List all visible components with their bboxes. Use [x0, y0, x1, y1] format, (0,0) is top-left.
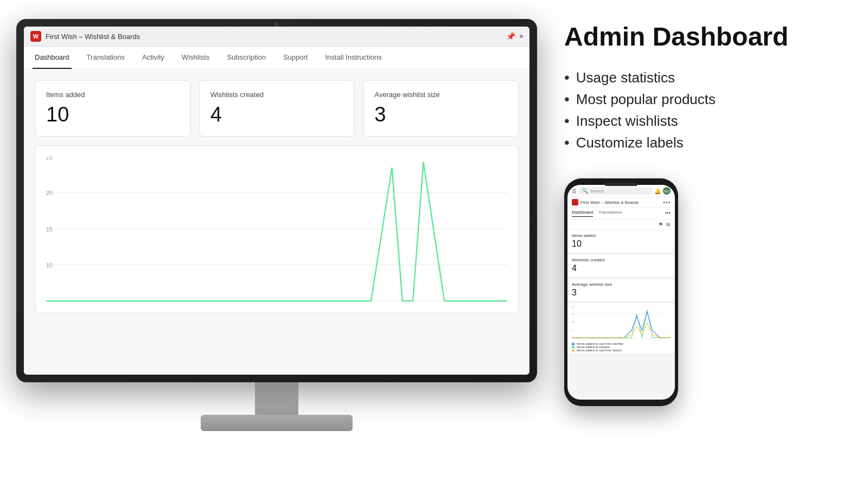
phone-notch [605, 183, 637, 186]
monitor-neck [255, 382, 298, 415]
phone-nav: Dashboard Translations ••• [567, 208, 675, 220]
svg-text:22 Nov: 22 Nov [618, 338, 624, 339]
phone-search-text: Search [590, 189, 604, 194]
legend-dot-blue [572, 343, 575, 345]
phone-bell-icon: 🔔 [654, 188, 661, 194]
right-section: Admin Dashboard Usage statistics Most po… [553, 0, 868, 488]
svg-text:27 Nov: 27 Nov [632, 338, 638, 339]
phone-items-added-label: Items added [572, 233, 671, 238]
admin-title: Admin Dashboard [564, 22, 846, 52]
phone-chart-svg: 25 15 10 5 07 Nov 12 Nov 17 Nov [572, 305, 671, 339]
phone-grid-icon[interactable]: ⊞ [666, 222, 671, 227]
phone-more-dots[interactable]: ••• [663, 200, 671, 206]
stat-card-avg: Average wishlist size 3 [363, 80, 519, 137]
tab-activity[interactable]: Activity [140, 47, 167, 69]
svg-text:10: 10 [572, 320, 575, 323]
stat-card-wishlists: Wishlists created 4 [199, 80, 355, 137]
avg-label: Average wishlist size [374, 91, 507, 99]
phone-tab-dashboard[interactable]: Dashboard [572, 210, 593, 217]
legend-dot-yellow [572, 349, 575, 352]
tab-support[interactable]: Support [281, 47, 310, 69]
phone-avatar: AU [663, 187, 671, 195]
monitor-base [201, 415, 353, 431]
app-icon: W [30, 31, 41, 42]
stats-row: Items added 10 Wishlists created 4 Avera… [35, 80, 519, 137]
chart-area: 25 20 15 10 [35, 145, 519, 313]
svg-text:15: 15 [572, 313, 575, 316]
feature-labels: Customize labels [564, 132, 846, 153]
dashboard-content: Items added 10 Wishlists created 4 Avera… [24, 69, 529, 373]
wishlists-label: Wishlists created [210, 91, 343, 99]
items-added-value: 10 [46, 103, 179, 126]
tab-dashboard[interactable]: Dashboard [33, 47, 72, 69]
phone-stat-items-added: Items added 10 [567, 230, 675, 252]
svg-text:15: 15 [46, 226, 53, 233]
phone-tab-translations[interactable]: Translations [598, 210, 622, 217]
phone-nav-more[interactable]: ••• [665, 210, 671, 217]
svg-text:5: 5 [572, 329, 573, 332]
browser-chrome: W First Wish – Wishlist & Boards 📌 [24, 27, 529, 47]
phone-avg-label: Average wishlist size [572, 282, 671, 287]
phone-items-added-value: 10 [572, 239, 671, 249]
phone-chart-area: 25 15 10 5 07 Nov 12 Nov 17 Nov [567, 303, 675, 341]
tab-translations[interactable]: Translations [85, 47, 127, 69]
wishlists-value: 4 [210, 103, 343, 126]
phone-stat-wishlists: Wishlists created 4 [567, 254, 675, 277]
phone-top-bar: ☰ 🔍 Search 🔔 AU [567, 185, 675, 197]
phone-filter-icon[interactable]: ⚑ [659, 222, 663, 227]
monitor-screen: W First Wish – Wishlist & Boards 📌 Dashb… [24, 27, 529, 375]
legend-dot-green [572, 346, 575, 349]
monitor-wrapper: W First Wish – Wishlist & Boards 📌 Dashb… [14, 19, 540, 469]
feature-usage: Usage statistics [564, 67, 846, 88]
phone-avg-value: 3 [572, 288, 671, 298]
svg-text:02 Dec: 02 Dec [646, 338, 652, 339]
browser-title: First Wish – Wishlist & Boards [46, 33, 502, 41]
svg-text:07 Nov: 07 Nov [576, 338, 582, 339]
svg-text:20: 20 [46, 190, 53, 196]
feature-wishlists: Inspect wishlists [564, 110, 846, 132]
phone-search-icon: 🔍 [582, 188, 588, 194]
phone-legend: Items added to cart from wishlist Items … [567, 341, 675, 353]
tab-subscription[interactable]: Subscription [225, 47, 268, 69]
phone-wishlists-label: Wishlists created [572, 258, 671, 262]
phone-wishlists-value: 4 [572, 264, 671, 273]
tab-install[interactable]: Install Instructions [323, 47, 384, 69]
stat-card-items-added: Items added 10 [35, 80, 190, 137]
pin-icon: 📌 [506, 32, 515, 41]
feature-list: Usage statistics Most popular products I… [564, 67, 846, 153]
legend-item-yellow: Items added to cart from board [572, 349, 671, 352]
phone-search-bar[interactable]: 🔍 Search [579, 187, 652, 195]
svg-text:17 Nov: 17 Nov [604, 338, 610, 339]
phone-stat-avg: Average wishlist size 3 [567, 279, 675, 301]
phone-wrapper: ☰ 🔍 Search 🔔 AU First Wish – Wishlist & … [564, 178, 846, 406]
chart-svg: 25 20 15 10 [46, 157, 507, 302]
feature-products: Most popular products [564, 88, 846, 110]
phone-screen: ☰ 🔍 Search 🔔 AU First Wish – Wishlist & … [567, 185, 675, 400]
svg-text:12 Nov: 12 Nov [590, 338, 596, 339]
close-dots [520, 35, 523, 38]
phone-sub-bar: First Wish – Wishlist & Boards ••• [567, 197, 675, 208]
monitor-body: W First Wish – Wishlist & Boards 📌 Dashb… [16, 19, 537, 382]
phone-app-icon [572, 199, 578, 206]
svg-text:25: 25 [46, 157, 53, 160]
dot1 [520, 35, 523, 38]
tab-wishlists[interactable]: Wishlists [180, 47, 212, 69]
monitor-camera [275, 22, 279, 27]
monitor-section: W First Wish – Wishlist & Boards 📌 Dashb… [0, 0, 553, 488]
items-added-label: Items added [46, 91, 179, 99]
nav-tabs: Dashboard Translations Activity Wishlist… [24, 47, 529, 69]
svg-text:10: 10 [46, 262, 53, 268]
avg-value: 3 [374, 103, 507, 126]
phone-app-title: First Wish – Wishlist & Boards [580, 200, 661, 205]
svg-text:25: 25 [572, 306, 575, 309]
phone-icons-row: ⚑ ⊞ [567, 220, 675, 230]
phone-body: ☰ 🔍 Search 🔔 AU First Wish – Wishlist & … [564, 178, 678, 406]
